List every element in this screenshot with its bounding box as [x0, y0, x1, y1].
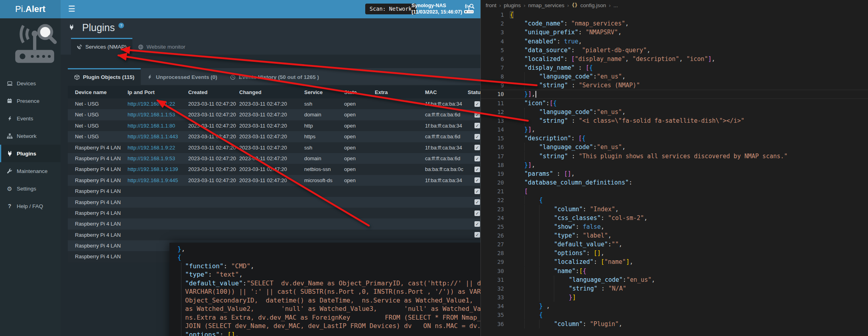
- subtab-unprocessed-events[interactable]: Unprocessed Events (0): [141, 68, 224, 85]
- row-checkbox[interactable]: ✓: [474, 123, 480, 128]
- breadcrumb-item[interactable]: ...: [614, 2, 618, 8]
- editor-line[interactable]: 31"language_code":"en_us",: [481, 275, 868, 284]
- cell-state: open: [344, 120, 375, 131]
- editor-line[interactable]: 1{: [481, 10, 868, 19]
- sidebar-item-plugins[interactable]: Plugins: [0, 145, 61, 162]
- sidebar-item-events[interactable]: Events: [0, 110, 61, 127]
- sidebar-item-devices[interactable]: Devices: [0, 75, 61, 92]
- editor-line[interactable]: 5"data_source": "pialert-db-query",: [481, 46, 868, 55]
- tab-website-monitor[interactable]: Website monitor: [132, 38, 191, 55]
- hamburger-icon[interactable]: ☰: [64, 0, 80, 18]
- sidebar-item-maintenance[interactable]: Maintenance: [0, 162, 61, 180]
- breadcrumb-item[interactable]: front: [486, 2, 496, 8]
- editor-line[interactable]: 22{: [481, 196, 868, 204]
- editor-line[interactable]: 25"show": false,: [481, 222, 868, 231]
- sidebar-item-presence[interactable]: Presence: [0, 92, 61, 110]
- cell-mac: 1f:ba:ff:ca:ba:34: [425, 142, 468, 153]
- row-checkbox[interactable]: ✓: [474, 199, 480, 205]
- editor-line[interactable]: 6"localized": ["display_name", "descript…: [481, 55, 868, 63]
- row-checkbox[interactable]: ✓: [474, 167, 480, 172]
- cell-ip[interactable]: http://192.168.1.9:445: [128, 175, 188, 186]
- editor-line[interactable]: 27"default_value":"",: [481, 240, 868, 249]
- editor-line[interactable]: 3"unique_prefix": "NMAPSRV",: [481, 28, 868, 37]
- editor-line[interactable]: 2"code_name": "nmap_services",: [481, 19, 868, 28]
- breadcrumb[interactable]: front›plugins›nmap_services›{}config.jso…: [481, 0, 868, 10]
- editor-line[interactable]: 24"css_classes": "col-sm-2",: [481, 214, 868, 222]
- row-checkbox[interactable]: ✓: [474, 145, 480, 150]
- column-header[interactable]: MAC: [425, 89, 468, 95]
- editor-line[interactable]: 14}],: [481, 125, 868, 134]
- editor-line[interactable]: 13"string" : "<i class=\"fa-solid fa-sat…: [481, 116, 868, 125]
- editor-line[interactable]: 36"column": "Plugin",: [481, 319, 868, 328]
- cell-ip[interactable]: http://192.168.1.9:139: [128, 164, 188, 175]
- column-header[interactable]: Extra: [375, 89, 425, 95]
- sidebar-item-label: Settings: [17, 186, 36, 192]
- line-number: 9: [481, 82, 510, 88]
- editor-line[interactable]: 8"language_code":"en_us",: [481, 72, 868, 81]
- cell-device: Net - USG: [75, 120, 128, 131]
- editor-line[interactable]: 23"column": "Index",: [481, 204, 868, 213]
- editor-line[interactable]: 35{: [481, 310, 868, 319]
- help-badge[interactable]: ?: [118, 23, 124, 28]
- row-checkbox[interactable]: ✓: [474, 210, 480, 216]
- tab-services-nmap[interactable]: Services (NMAP): [71, 38, 132, 55]
- editor-line[interactable]: 34} ,: [481, 302, 868, 310]
- row-checkbox[interactable]: ✓: [474, 177, 480, 183]
- line-number: 12: [481, 109, 510, 115]
- editor-line[interactable]: 17"string" : "This plugin shows all serv…: [481, 152, 868, 161]
- subtab-events-history[interactable]: Events History (50 out of 1265 ): [224, 68, 325, 85]
- editor-line[interactable]: 15"description": [{: [481, 134, 868, 143]
- editor-line[interactable]: 16"language_code":"en_us",: [481, 143, 868, 151]
- row-checkbox[interactable]: ✓: [474, 221, 480, 227]
- cell-ip[interactable]: http://192.168.1.1:22: [128, 98, 188, 109]
- sidebar-item-network[interactable]: Network: [0, 127, 61, 145]
- row-checkbox[interactable]: ✓: [474, 189, 480, 194]
- editor-line[interactable]: 18}],: [481, 161, 868, 169]
- cell-ip[interactable]: http://192.168.1.9:22: [128, 142, 188, 153]
- row-checkbox[interactable]: ✓: [474, 101, 480, 107]
- cell-ip[interactable]: http://192.168.1.1:443: [128, 131, 188, 142]
- cell-ip[interactable]: http://192.168.1.1:80: [128, 120, 188, 131]
- breadcrumb-item[interactable]: nmap_services: [528, 2, 565, 8]
- editor-line[interactable]: 12"language_code":"en_us",: [481, 108, 868, 116]
- app-logo[interactable]: Pi.Alert: [0, 0, 61, 18]
- cell-changed: 2023-03-11 02:47:20: [239, 120, 304, 131]
- column-header[interactable]: Device name: [75, 89, 128, 95]
- column-header[interactable]: State: [344, 89, 375, 95]
- editor-line[interactable]: 9"string" : "Services (NMAP)": [481, 81, 868, 90]
- cell-ip[interactable]: http://192.168.1.9:53: [128, 153, 188, 164]
- line-number: 8: [481, 73, 510, 80]
- editor-line[interactable]: 4"enabled": true,: [481, 37, 868, 45]
- editor-line[interactable]: 7"display_name" : [{: [481, 63, 868, 72]
- editor-line[interactable]: 26"type": "label",: [481, 231, 868, 240]
- sidebar-item-settings[interactable]: ⚙Settings: [0, 180, 61, 197]
- cell-ip[interactable]: http://192.168.1.1:53: [128, 109, 188, 120]
- editor-line[interactable]: 28"options": [],: [481, 249, 868, 257]
- column-header[interactable]: Created: [188, 89, 239, 95]
- editor-line[interactable]: 19"params" : [],: [481, 169, 868, 178]
- breadcrumb-item[interactable]: config.json: [581, 2, 606, 8]
- editor-line[interactable]: 33}]: [481, 293, 868, 302]
- bolt-icon: [6, 115, 13, 122]
- editor-line[interactable]: 21[: [481, 187, 868, 196]
- editor-line[interactable]: 30"name":[{: [481, 267, 868, 275]
- column-header[interactable]: Service: [304, 89, 344, 95]
- editor-line[interactable]: 20"database_column_definitions":: [481, 178, 868, 187]
- sidebar-item-help[interactable]: ?Help / FAQ: [0, 197, 61, 215]
- subtab-plugin-objects[interactable]: Plugin Objects (115): [68, 68, 141, 85]
- row-checkbox[interactable]: ✓: [474, 134, 480, 140]
- column-header[interactable]: Status: [468, 89, 480, 95]
- table-header: Device nameIp and PortCreatedChangedServ…: [68, 86, 480, 98]
- editor-line[interactable]: 32"string" : "N/A": [481, 284, 868, 293]
- column-header[interactable]: Ip and Port: [128, 89, 188, 95]
- column-header[interactable]: Changed: [239, 89, 304, 95]
- row-checkbox[interactable]: ✓: [474, 156, 480, 161]
- editor-line[interactable]: 29"localized": ["name"],: [481, 257, 868, 266]
- table-row: Raspberry Pi 4 LAN✓: [68, 208, 480, 218]
- editor-line[interactable]: 11"icon":[{: [481, 99, 868, 108]
- editor-code-area[interactable]: 1{2"code_name": "nmap_services",3"unique…: [481, 10, 868, 328]
- row-checkbox[interactable]: ✓: [474, 112, 480, 118]
- breadcrumb-item[interactable]: plugins: [504, 2, 521, 8]
- editor-line[interactable]: 10}],: [481, 90, 868, 98]
- row-checkbox[interactable]: ✓: [474, 232, 480, 238]
